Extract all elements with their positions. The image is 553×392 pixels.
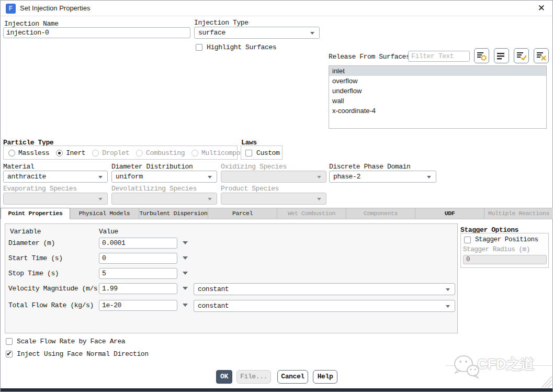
oxidizing-species-dropdown [221, 171, 326, 183]
diameter-profile-arrow-icon[interactable] [183, 241, 188, 244]
list-icon [497, 51, 506, 61]
checkbox-icon[interactable] [245, 150, 252, 156]
diameter-input[interactable]: 0.0001 [99, 238, 177, 249]
watermark-text: CFD之道 [477, 355, 535, 374]
total-flow-rate-label: Total Flow Rate (kg/s) [8, 301, 94, 309]
injection-name-input[interactable]: injection-0 [3, 27, 190, 38]
release-from-surfaces-label: Release From Surfaces [329, 53, 410, 61]
scale-flow-rate-checkbox[interactable]: Scale Flow Rate by Face Area [6, 338, 125, 345]
diameter-distribution-dropdown[interactable]: uniform [111, 171, 217, 183]
radio-icon [92, 150, 99, 156]
tab-parcel[interactable]: Parcel [208, 208, 277, 219]
evaporating-species-dropdown [3, 193, 108, 205]
velocity-magnitude-input[interactable]: 1.99 [99, 283, 177, 294]
radio-icon [136, 150, 143, 156]
value-column-header: Value [99, 228, 118, 236]
tab-multiple-reactions: Multiple Reactions [484, 208, 553, 219]
stagger-positions-checkbox[interactable]: Stagger Positions [464, 236, 538, 243]
injection-type-dropdown[interactable]: surface [194, 27, 320, 39]
start-time-profile-arrow-icon[interactable] [183, 256, 188, 260]
tab-bar: Point Properties Physical Models Turbule… [1, 208, 553, 219]
devolatilizing-species-label: Devolatilizing Species [111, 185, 197, 193]
velocity-profile-dropdown[interactable]: constant [194, 283, 455, 295]
injection-type-label: Injection Type [194, 19, 249, 27]
help-button[interactable]: Help [313, 370, 337, 384]
filter-placeholder: Filter Text [411, 52, 454, 60]
radio-combusting: Combusting [136, 149, 185, 157]
product-species-dropdown [221, 193, 326, 205]
stagger-radius-input: 0 [463, 255, 547, 264]
material-label: Material [3, 163, 34, 171]
cfd-watermark: CFD之道 [446, 353, 553, 384]
select-all-icon-button[interactable] [514, 48, 529, 63]
flow-rate-profile-dropdown[interactable]: constant [194, 300, 455, 312]
radio-droplet: Droplet [92, 149, 129, 157]
dialog-title: Set Injection Properties [20, 4, 90, 12]
list-highlight-icon [477, 51, 487, 61]
list-item[interactable]: inlet [329, 66, 546, 76]
file-button: File... [236, 370, 271, 384]
particle-type-group: Massless Inert Droplet Combusting Multic… [3, 145, 238, 160]
checkbox-checked-icon[interactable]: ✔ [6, 351, 13, 357]
laws-group: Custom [241, 145, 283, 160]
discrete-phase-domain-dropdown[interactable]: phase-2 [329, 171, 436, 183]
start-time-input[interactable]: 0 [99, 253, 177, 264]
injection-name-label: Injection Name [4, 20, 59, 28]
surface-filter-input[interactable]: Filter Text [408, 51, 470, 62]
list-item[interactable]: underflow [329, 86, 546, 96]
close-icon[interactable]: ✕ [538, 3, 545, 14]
tab-udf[interactable]: UDF [415, 208, 484, 219]
tab-wet-combustion: Wet Combustion [277, 208, 346, 219]
total-flow-rate-input[interactable]: 1e-20 [99, 300, 177, 311]
start-time-label: Start Time (s) [8, 254, 63, 262]
tab-physical-models[interactable]: Physical Models [70, 208, 139, 219]
select-all-icon [517, 51, 526, 61]
tab-point-properties[interactable]: Point Properties [1, 208, 70, 219]
radio-inert[interactable]: Inert [56, 149, 85, 157]
velocity-magnitude-label: Velocity Magnitude (m/s) [8, 285, 101, 293]
cancel-button[interactable]: Cancel [277, 370, 308, 384]
ok-button[interactable]: OK [216, 370, 232, 384]
radio-icon [191, 150, 198, 156]
checkbox-icon[interactable] [464, 237, 471, 243]
variable-column-header: Variable [10, 228, 41, 236]
stop-time-input[interactable]: 5 [99, 268, 177, 279]
radio-icon[interactable] [56, 150, 63, 156]
radio-massless[interactable]: Massless [8, 149, 49, 157]
list-item[interactable]: overflow [329, 76, 546, 86]
diameter-distribution-label: Diameter Distribution [111, 163, 193, 171]
material-dropdown[interactable]: anthracite [3, 171, 108, 183]
oxidizing-species-label: Oxidizing Species [221, 163, 287, 171]
stagger-options-group: Stagger Positions Stagger Radius (m) 0 [460, 233, 549, 268]
flow-rate-profile-arrow-icon[interactable] [183, 304, 188, 307]
highlight-surfaces-icon-button[interactable] [474, 48, 489, 63]
custom-laws-checkbox[interactable]: Custom [245, 149, 279, 157]
point-properties-panel: Variable Value Diameter (m) 0.0001 Start… [5, 223, 458, 333]
list-item[interactable]: wall [329, 96, 546, 106]
velocity-profile-arrow-icon[interactable] [183, 287, 188, 290]
stagger-radius-label: Stagger Radius (m) [463, 246, 530, 253]
product-species-label: Product Species [221, 185, 279, 193]
stop-time-label: Stop Time (s) [8, 270, 59, 277]
deselect-all-icon-button[interactable] [534, 48, 549, 63]
checkbox-icon[interactable] [196, 44, 202, 51]
set-injection-properties-dialog: F Set Injection Properties ✕ Injection N… [0, 0, 553, 392]
release-surfaces-list: inlet overflow underflow wall x-coordina… [329, 65, 547, 129]
stop-time-profile-arrow-icon[interactable] [183, 272, 188, 275]
devolatilizing-species-dropdown [111, 193, 217, 205]
diameter-label: Diameter (m) [8, 239, 55, 247]
wechat-bubbles-icon [450, 353, 480, 379]
corner-stripes-decoration [541, 376, 552, 388]
title-bar: F Set Injection Properties ✕ [1, 1, 552, 16]
list-item[interactable]: x-coordinate-4 [329, 106, 546, 116]
radio-icon[interactable] [8, 150, 15, 156]
highlight-surfaces-label: Highlight Surfaces [207, 43, 276, 51]
show-list-icon-button[interactable] [494, 48, 509, 63]
inject-face-normal-checkbox[interactable]: ✔ Inject Using Face Normal Direction [6, 350, 149, 358]
evaporating-species-label: Evaporating Species [3, 185, 77, 193]
highlight-surfaces-checkbox[interactable]: Highlight Surfaces [196, 43, 276, 51]
tab-turbulent-dispersion[interactable]: Turbulent Dispersion [139, 208, 208, 219]
checkbox-icon[interactable] [6, 338, 13, 345]
fluent-app-icon: F [6, 4, 16, 14]
tab-components: Components [346, 208, 415, 219]
